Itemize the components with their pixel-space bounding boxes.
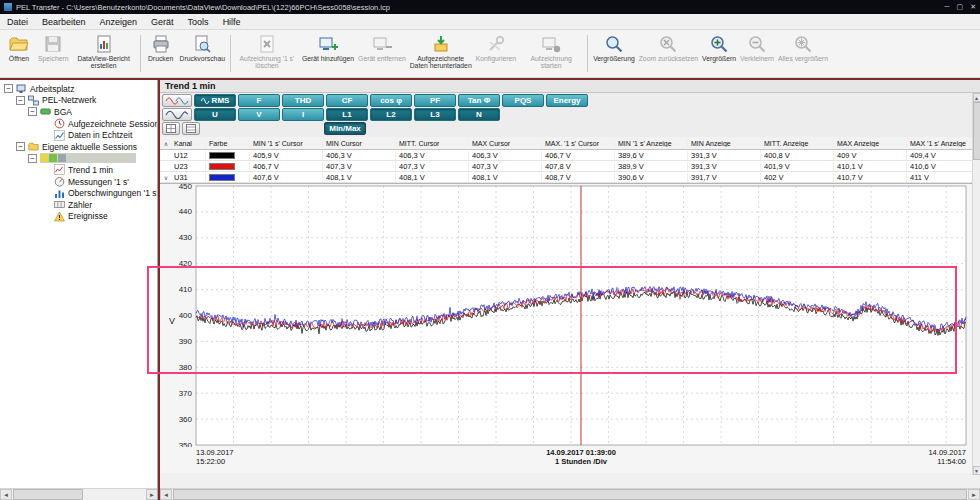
tab-f[interactable]: F	[238, 94, 280, 107]
expander-icon[interactable]: −	[16, 96, 25, 105]
table-row[interactable]: U12 405,9 V 406,3 V 406,3 V 406,3 V 406,…	[160, 150, 980, 161]
zoom-in-button[interactable]: Vergrößern	[700, 31, 738, 76]
scroll-right-icon[interactable]: ►	[968, 489, 980, 500]
column-header[interactable]: MIN Anzeige	[688, 140, 761, 147]
svg-text:450: 450	[179, 184, 193, 191]
tree-item-aufgezeichnete-sessions[interactable]: Aufgezeichnete Sessions	[2, 118, 157, 130]
table-row[interactable]: ∨ U31 407,6 V 408,1 V 408,1 V 408,1 V 40…	[160, 172, 980, 183]
tree-item-session[interactable]: −	[2, 153, 157, 165]
column-header[interactable]: Kanal	[172, 140, 206, 147]
tab-cos-phi[interactable]: cos φ	[370, 94, 412, 107]
tree-item-oberschwingungen[interactable]: Oberschwingungen '1 s'	[2, 187, 157, 199]
column-header[interactable]: MIN '1 s' Anzeige	[615, 140, 688, 147]
min-max-button[interactable]: Min/Max	[324, 122, 366, 135]
collapse-up-icon[interactable]: ∧	[160, 140, 172, 147]
menu-tools[interactable]: Tools	[181, 15, 216, 29]
tab-label: L1	[342, 110, 351, 119]
tab-v[interactable]: V	[238, 108, 280, 121]
configure-button[interactable]: Konfigurieren	[474, 31, 518, 76]
column-header[interactable]: MITT. Anzeige	[761, 140, 834, 147]
tab-l1[interactable]: L1	[326, 108, 368, 121]
tree-item-arbeitsplatz[interactable]: − Arbeitsplatz	[2, 83, 157, 95]
scroll-right-icon[interactable]: ►	[146, 489, 158, 500]
start-recording-button[interactable]: Aufzeichnung starten	[518, 31, 584, 76]
tab-energy[interactable]: Energy	[546, 94, 588, 107]
waveform-rms-button[interactable]	[162, 94, 192, 107]
tab-l2[interactable]: L2	[370, 108, 412, 121]
expander-icon[interactable]: −	[28, 154, 37, 163]
tab-thd[interactable]: THD	[282, 94, 324, 107]
maximize-button[interactable]: ▢	[957, 3, 964, 11]
grid-view-button-1[interactable]	[162, 122, 180, 135]
tab-i[interactable]: I	[282, 108, 324, 121]
tree-horizontal-scrollbar[interactable]: ◄ ►	[0, 488, 158, 500]
add-device-button[interactable]: Gerät hinzufügen	[300, 31, 356, 76]
tree-item-daten-in-echtzeit[interactable]: Daten in Echtzeit	[2, 129, 157, 141]
expander-icon[interactable]: −	[16, 142, 25, 151]
column-header[interactable]: MAX '1 s' Anzeige	[907, 140, 980, 147]
tree-item-label: Ereignisse	[68, 211, 111, 221]
dataview-report-button[interactable]: DataView-Bericht erstellen	[71, 31, 137, 76]
menu-anzeigen[interactable]: Anzeigen	[93, 15, 145, 29]
scroll-up-icon[interactable]: ▲	[973, 93, 980, 102]
menu-geraet[interactable]: Gerät	[144, 15, 181, 29]
tree-item-trend-1min[interactable]: Trend 1 min	[2, 164, 157, 176]
trend-chart[interactable]: 350360370380390400410420430440450V	[160, 184, 972, 447]
scrollbar-thumb[interactable]	[973, 102, 980, 160]
column-header[interactable]: MIN '1 s' Cursor	[250, 140, 323, 147]
magnify-button[interactable]: Vergrößerung	[591, 31, 637, 76]
session-colored-icon	[40, 154, 66, 162]
tab-u[interactable]: U	[194, 108, 236, 121]
download-data-button[interactable]: Aufgezeichnete Daten herunterladen	[408, 31, 474, 76]
tab-l3[interactable]: L3	[414, 108, 456, 121]
column-header[interactable]: MAX. '1 s' Cursor	[542, 140, 615, 147]
scrollbar-thumb[interactable]	[173, 489, 967, 500]
menu-hilfe[interactable]: Hilfe	[216, 15, 248, 29]
scrollbar-thumb[interactable]	[13, 489, 83, 500]
menu-bearbeiten[interactable]: Bearbeiten	[35, 15, 93, 29]
column-header[interactable]: MAX Anzeige	[834, 140, 907, 147]
remove-device-button[interactable]: Gerät entfernen	[356, 31, 408, 76]
column-header[interactable]: MAX Cursor	[469, 140, 542, 147]
waveform-shape-button[interactable]	[162, 108, 192, 121]
tree-item-messungen[interactable]: Messungen '1 s'	[2, 176, 157, 188]
column-header[interactable]: MITT. Cursor	[396, 140, 469, 147]
delete-recording-button[interactable]: Aufzeichnung '1 s' löschen	[234, 31, 300, 76]
zoom-out-button[interactable]: Verkleinern	[738, 31, 776, 76]
tab-label: I	[302, 110, 304, 119]
table-row[interactable]: U23 406,7 V 407,3 V 407,3 V 407,3 V 407,…	[160, 161, 980, 172]
tab-n[interactable]: N	[458, 108, 500, 121]
device-icon	[40, 106, 51, 117]
tree-item-pel-netzwerk[interactable]: − PEL-Netzwerk	[2, 95, 157, 107]
tree-item-zaehler[interactable]: Zähler	[2, 199, 157, 211]
zoom-reset-button[interactable]: Zoom zurücksetzen	[637, 31, 700, 76]
scroll-down-icon[interactable]: ▼	[973, 466, 980, 475]
column-header[interactable]: MIN Cursor	[323, 140, 396, 147]
grid-view-button-2[interactable]	[182, 122, 200, 135]
save-button[interactable]: Speichern	[36, 31, 71, 76]
tab-rms[interactable]: RMS	[194, 94, 236, 107]
tab-cf[interactable]: CF	[326, 94, 368, 107]
collapse-down-icon[interactable]: ∨	[160, 174, 172, 181]
zoom-all-button[interactable]: Alles vergrößern	[776, 31, 830, 76]
scroll-left-icon[interactable]: ◄	[0, 489, 12, 500]
value-cell: 406,7 V	[250, 162, 323, 171]
chart-horizontal-scrollbar[interactable]: ◄ ►	[160, 488, 980, 500]
minimize-button[interactable]: ─	[945, 3, 950, 11]
tab-pf[interactable]: PF	[414, 94, 456, 107]
open-button[interactable]: Öffnen	[2, 31, 36, 76]
vertical-scrollbar[interactable]: ▲ ▼	[972, 93, 980, 475]
expander-icon[interactable]: −	[4, 84, 13, 93]
tree-item-ereignisse[interactable]: Ereignisse	[2, 211, 157, 223]
menu-datei[interactable]: Datei	[0, 15, 35, 29]
column-header[interactable]: Farbe	[206, 140, 250, 147]
tree-item-eigene-aktuelle-sessions[interactable]: − Eigene aktuelle Sessions	[2, 141, 157, 153]
tree-item-bga[interactable]: − BGA	[2, 106, 157, 118]
scroll-left-icon[interactable]: ◄	[160, 489, 172, 500]
print-preview-button[interactable]: Druckvorschau	[178, 31, 227, 76]
expander-icon[interactable]: −	[28, 107, 37, 116]
tab-pqs[interactable]: PQS	[502, 94, 544, 107]
print-button[interactable]: Drucken	[144, 31, 178, 76]
close-button[interactable]: ✕	[970, 3, 976, 11]
tab-tan-phi[interactable]: Tan Φ	[458, 94, 500, 107]
